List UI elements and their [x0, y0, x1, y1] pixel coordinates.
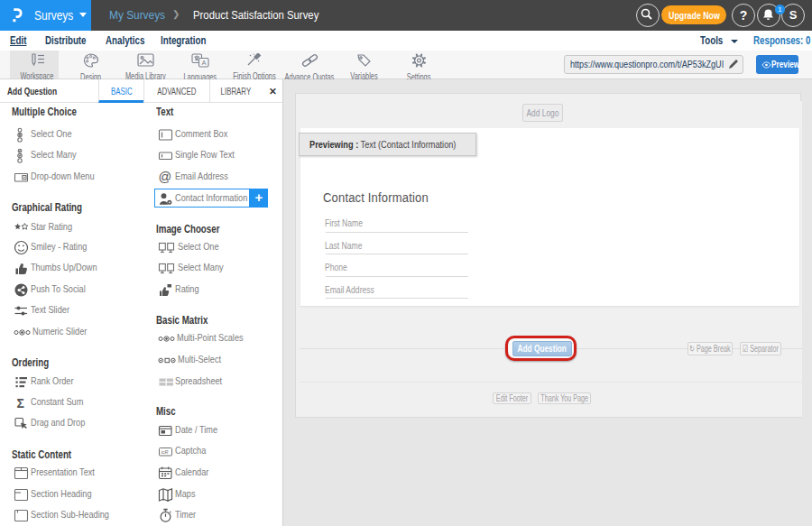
svg-text:icR: icR — [161, 449, 169, 455]
svg-text:@: @ — [159, 170, 172, 184]
svg-text:Σ: Σ — [17, 395, 24, 410]
svg-text:A: A — [202, 59, 207, 67]
